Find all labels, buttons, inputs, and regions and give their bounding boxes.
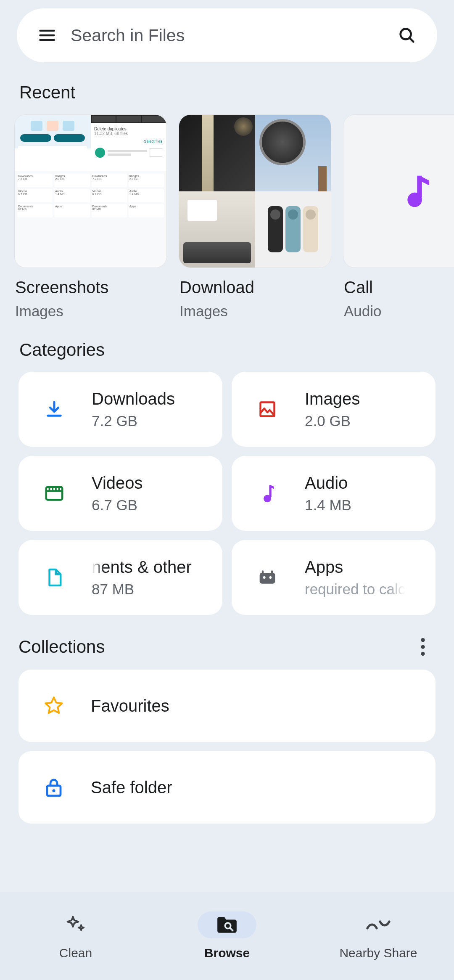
category-size: 2.0 GB <box>305 413 360 429</box>
recent-heading: Recent <box>0 62 454 114</box>
thumbnail <box>343 114 454 268</box>
category-size: 7.2 GB <box>92 413 175 429</box>
recent-title: Download <box>179 278 331 297</box>
svg-point-9 <box>421 645 425 649</box>
star-icon <box>44 696 64 716</box>
image-icon <box>256 398 279 421</box>
svg-point-1 <box>407 192 422 207</box>
category-label: Images <box>305 389 360 408</box>
thumbnail <box>179 114 331 268</box>
collection-label: Favourites <box>91 697 169 715</box>
audio-icon <box>256 482 279 505</box>
document-icon <box>43 566 66 589</box>
category-downloads[interactable]: Downloads 7.2 GB <box>18 372 222 447</box>
collection-safe-folder[interactable]: Safe folder <box>18 751 436 824</box>
nav-label: Clean <box>59 946 92 960</box>
svg-rect-5 <box>260 573 275 584</box>
collections-heading: Collections <box>18 637 105 657</box>
video-icon <box>43 482 66 505</box>
category-size: 1.4 MB <box>305 497 351 514</box>
categories-grid: Downloads 7.2 GB Images 2.0 GB Videos 6.… <box>0 372 454 615</box>
category-images[interactable]: Images 2.0 GB <box>232 372 436 447</box>
svg-point-6 <box>263 576 266 579</box>
category-label: Apps <box>305 558 405 577</box>
svg-point-8 <box>421 638 425 642</box>
apps-icon <box>256 566 279 589</box>
svg-point-10 <box>421 652 425 656</box>
menu-icon[interactable] <box>37 25 57 45</box>
nav-nearby-share[interactable]: Nearby Share <box>303 892 454 980</box>
music-note-icon <box>405 173 434 209</box>
categories-heading: Categories <box>0 320 454 372</box>
nearby-share-icon <box>357 911 399 938</box>
category-size: 87 MB <box>92 581 192 598</box>
category-audio[interactable]: Audio 1.4 MB <box>232 456 436 531</box>
category-size: 6.7 GB <box>92 497 143 514</box>
recent-title: Screenshots <box>14 278 167 297</box>
download-icon <box>43 398 66 421</box>
category-apps[interactable]: Apps required to calc <box>232 540 436 615</box>
more-icon[interactable] <box>413 637 433 657</box>
collection-favourites[interactable]: Favourites <box>18 670 436 742</box>
nav-label: Nearby Share <box>339 946 417 960</box>
recent-card-download[interactable]: Download Images <box>179 114 331 320</box>
category-label: Downloads <box>92 389 175 408</box>
search-icon[interactable] <box>397 25 417 45</box>
lock-icon <box>44 777 64 797</box>
category-videos[interactable]: Videos 6.7 GB <box>18 456 222 531</box>
recent-card-call[interactable]: Call Audio <box>343 114 454 320</box>
collection-label: Safe folder <box>91 778 172 797</box>
nav-browse[interactable]: Browse <box>151 892 303 980</box>
category-label: Audio <box>305 474 351 493</box>
category-documents[interactable]: nents & other 87 MB <box>18 540 222 615</box>
svg-point-12 <box>52 789 55 792</box>
category-label: Videos <box>92 474 143 493</box>
folder-search-icon <box>198 911 256 938</box>
nav-clean[interactable]: Clean <box>0 892 151 980</box>
recent-title: Call <box>343 278 454 297</box>
recent-sub: Audio <box>343 303 454 320</box>
bottom-nav: Clean Browse Nearby Share <box>0 892 454 980</box>
thumbnail: Delete duplicates11.32 MB, 68 files Sele… <box>14 114 167 268</box>
collections-list: Favourites Safe folder <box>0 670 454 824</box>
category-label: nents & other <box>92 558 192 577</box>
recent-sub: Images <box>179 303 331 320</box>
recent-card-screenshots[interactable]: Delete duplicates11.32 MB, 68 files Sele… <box>14 114 167 320</box>
recent-sub: Images <box>14 303 167 320</box>
search-bar[interactable]: Search in Files <box>17 8 437 62</box>
nav-label: Browse <box>204 946 250 960</box>
category-size: required to calc <box>305 581 405 598</box>
svg-point-4 <box>264 495 271 503</box>
sparkle-icon <box>55 911 97 938</box>
search-placeholder: Search in Files <box>71 26 397 45</box>
svg-point-7 <box>269 576 272 579</box>
recent-row: Delete duplicates11.32 MB, 68 files Sele… <box>0 114 454 320</box>
